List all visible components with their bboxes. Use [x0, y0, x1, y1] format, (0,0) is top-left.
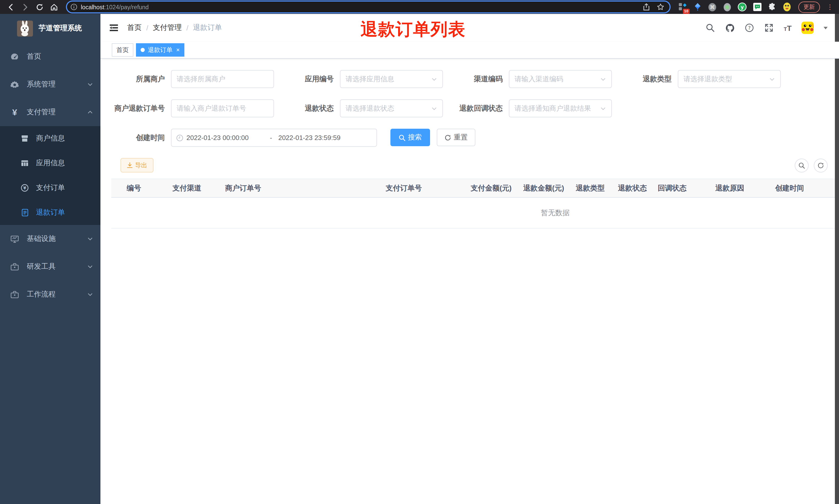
date-start-value: 2022-01-23 00:00:00	[186, 134, 264, 142]
merchant-refund-no-input[interactable]: 请输入商户退款订单号	[171, 100, 274, 118]
empty-placeholder: 暂无数据	[111, 198, 839, 229]
sidebar-item-app-info[interactable]: 应用信息	[0, 151, 101, 176]
sidebar-item-workflow[interactable]: 工作流程	[0, 281, 101, 308]
refresh-icon	[445, 134, 451, 141]
export-button[interactable]: 导出	[121, 158, 154, 173]
extension-y-green-icon[interactable]: y	[737, 2, 747, 12]
show-search-toggle-button[interactable]	[795, 158, 809, 172]
breadcrumb-payment[interactable]: 支付管理	[153, 23, 182, 32]
sidebar-item-system[interactable]: 系统管理	[0, 71, 101, 98]
placeholder-text: 请选择通知商户退款结果	[515, 104, 598, 113]
reset-button[interactable]: 重置	[437, 129, 476, 146]
navbar: 首页 / 支付管理 / 退款订单 退款订单列表 ?	[101, 14, 839, 42]
placeholder-text: 请选择退款类型	[683, 74, 767, 84]
yen-icon: ¥	[10, 108, 19, 116]
extension-command-icon[interactable]: ⌘	[708, 2, 717, 12]
help-icon[interactable]: ?	[745, 23, 754, 33]
browser-forward-icon[interactable]	[20, 1, 31, 13]
refresh-table-button[interactable]	[814, 158, 828, 172]
fullscreen-icon[interactable]	[764, 23, 774, 33]
sidebar-item-infrastructure[interactable]: 基础设施	[0, 225, 101, 253]
refund-type-select[interactable]: 请选择退款类型	[678, 70, 781, 88]
monitor-icon	[10, 234, 19, 243]
refund-status-select[interactable]: 请选择退款状态	[340, 100, 443, 118]
tab-refund-order[interactable]: 退款订单 ×	[136, 43, 184, 57]
export-button-label: 导出	[135, 161, 147, 169]
extensions-row: 10 ⌘ y 更新 ⋮	[676, 1, 835, 13]
browser-reload-icon[interactable]	[34, 1, 45, 13]
sidebar-item-payment-order[interactable]: ¥ 支付订单	[0, 176, 101, 200]
col-refund-type: 退款类型	[571, 183, 613, 193]
sidebar-item-dev-tools[interactable]: 研发工具	[0, 253, 101, 281]
filter-label: 退款类型	[618, 74, 678, 84]
user-avatar[interactable]	[801, 22, 814, 34]
filter-channel: 渠道编码 请输入渠道编码	[449, 70, 618, 88]
sidebar-item-merchant-info[interactable]: 商户信息	[0, 126, 101, 151]
channel-select[interactable]: 请输入渠道编码	[509, 70, 612, 88]
bookmark-star-icon[interactable]	[657, 3, 664, 11]
search-icon	[399, 134, 405, 141]
sidebar-item-payment[interactable]: ¥ 支付管理	[0, 98, 101, 126]
browser-back-icon[interactable]	[5, 1, 17, 13]
window-scrollbar[interactable]	[835, 14, 839, 504]
refresh-icon	[817, 162, 824, 168]
extension-tab-manager-icon[interactable]: 10	[678, 2, 687, 12]
coin-yen-icon: ¥	[21, 184, 29, 192]
select-arrow-icon	[600, 105, 606, 111]
extension-emoji-icon[interactable]	[782, 2, 792, 12]
share-icon[interactable]	[643, 3, 650, 11]
merchant-select[interactable]: 请选择所属商户	[171, 70, 274, 88]
app-select[interactable]: 请选择应用信息	[340, 70, 443, 88]
hamburger-icon[interactable]	[109, 23, 119, 33]
svg-text:y: y	[740, 4, 744, 10]
active-dot	[141, 48, 145, 52]
search-button[interactable]: 搜索	[390, 129, 430, 146]
tab-close-icon[interactable]: ×	[176, 47, 180, 53]
extension-recorder-icon[interactable]	[722, 2, 732, 12]
search-icon	[798, 162, 805, 168]
sidebar-item-home[interactable]: 首页	[0, 43, 101, 71]
filter-label: 渠道编码	[449, 74, 509, 84]
browser-home-icon[interactable]	[49, 1, 60, 13]
chevron-down-icon	[87, 236, 93, 242]
date-end-value: 2022-01-23 23:59:59	[279, 134, 356, 142]
col-id: 编号	[122, 183, 167, 193]
select-arrow-icon	[600, 76, 606, 82]
sidebar-item-refund-order[interactable]: 退款订单	[0, 200, 101, 225]
filter-create-time: 创建时间 2022-01-23 00:00:00 - 2022-01-23 23…	[111, 129, 377, 147]
app-title: 芋道管理系统	[39, 24, 82, 33]
tab-home[interactable]: 首页	[112, 43, 133, 57]
browser-menu-icon[interactable]: ⋮	[827, 4, 833, 10]
placeholder-text: 请输入商户退款订单号	[177, 104, 268, 113]
col-pay-order-no: 支付订单号	[381, 183, 466, 193]
search-icon[interactable]	[706, 23, 715, 33]
filter-label: 应用编号	[280, 74, 340, 84]
font-size-icon[interactable]: TT	[784, 24, 792, 32]
chevron-down-icon	[87, 291, 93, 298]
clock-icon	[176, 134, 183, 141]
filter-merchant: 所属商户 请选择所属商户	[111, 70, 280, 88]
extension-chat-icon[interactable]	[752, 2, 762, 12]
extension-kite-icon[interactable]	[693, 2, 702, 12]
filter-app: 应用编号 请选择应用信息	[280, 70, 449, 88]
create-time-range-picker[interactable]: 2022-01-23 00:00:00 - 2022-01-23 23:59:5…	[171, 129, 377, 147]
site-info-icon[interactable]	[71, 4, 77, 10]
extensions-puzzle-icon[interactable]	[767, 2, 777, 12]
avatar-caret-icon[interactable]	[824, 26, 828, 29]
callback-status-select[interactable]: 请选择通知商户退款结果	[509, 100, 612, 118]
chevron-up-icon	[87, 109, 93, 115]
github-icon[interactable]	[725, 23, 735, 33]
breadcrumb-home[interactable]: 首页	[127, 23, 142, 32]
address-bar[interactable]: localhost:1024/pay/refund	[67, 2, 670, 12]
document-icon	[21, 209, 29, 217]
breadcrumb-separator: /	[186, 24, 189, 32]
sidebar-logo[interactable]: 芋道管理系统	[0, 14, 101, 43]
select-arrow-icon	[769, 76, 775, 82]
browser-update-button[interactable]: 更新	[798, 1, 820, 13]
col-pay-amount: 支付金额(元)	[466, 183, 518, 193]
sidebar-item-label: 工作流程	[27, 290, 87, 299]
filter-refund-type: 退款类型 请选择退款类型	[618, 70, 787, 88]
sidebar-item-label: 基础设施	[27, 234, 87, 244]
filter-label: 商户退款订单号	[111, 104, 171, 113]
filter-callback-status: 退款回调状态 请选择通知商户退款结果	[449, 100, 618, 118]
